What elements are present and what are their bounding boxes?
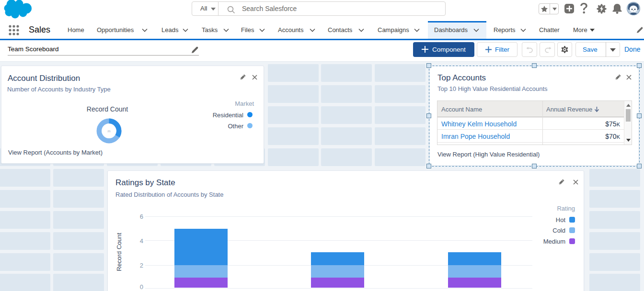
svg-text:21: 21	[107, 129, 111, 132]
